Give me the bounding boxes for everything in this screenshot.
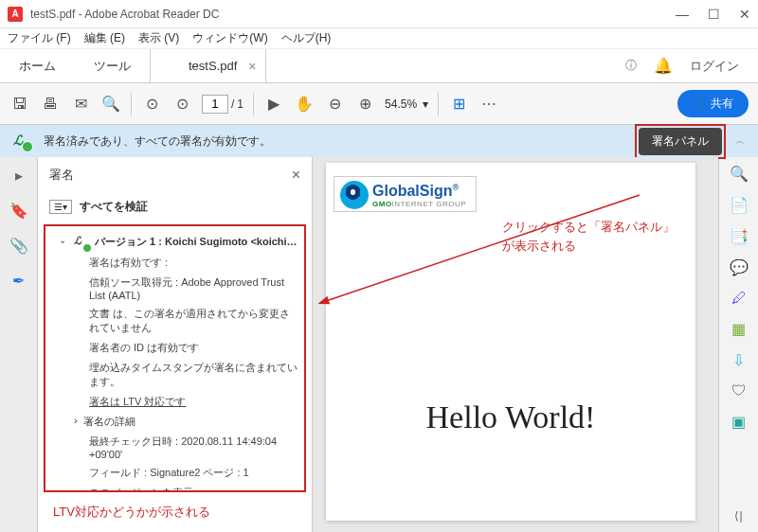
panel-close-icon[interactable]: × bbox=[292, 167, 300, 184]
separator bbox=[438, 93, 439, 115]
document-view[interactable]: GlobalSign® GMOINTERNET GROUP Hello Worl… bbox=[313, 157, 718, 532]
more-icon[interactable]: ⋯ bbox=[478, 95, 499, 113]
zoom-select[interactable]: 54.5% ▾ bbox=[385, 98, 428, 111]
pointer-icon[interactable]: ▶ bbox=[263, 95, 284, 113]
signature-badge-icon: ℒ bbox=[74, 235, 89, 250]
hand-icon[interactable]: ✋ bbox=[294, 95, 315, 113]
menu-file[interactable]: ファイル (F) bbox=[8, 30, 71, 46]
page-sep: / bbox=[231, 98, 234, 111]
signature-panel-highlight: 署名パネル bbox=[635, 124, 726, 159]
logo-gmo: GMO bbox=[372, 200, 392, 208]
info-icon[interactable]: ⓘ bbox=[625, 58, 637, 74]
zoom-value: 54.5% bbox=[385, 98, 417, 111]
signature-version-row[interactable]: ⌄ ℒ バージョン 1 : Koichi Sugimoto <koichi.su… bbox=[51, 232, 298, 253]
attachment-icon[interactable]: 📎 bbox=[9, 237, 28, 255]
separator bbox=[253, 93, 254, 115]
chevron-down-icon: ▾ bbox=[423, 98, 428, 111]
ltv-note: LTV対応かどうかが示される bbox=[38, 492, 312, 532]
create-pdf-icon[interactable]: 📑 bbox=[730, 227, 749, 245]
maximize-button[interactable]: ☐ bbox=[708, 7, 720, 22]
bell-icon[interactable]: 🔔 bbox=[654, 57, 673, 75]
page-indicator: / 1 bbox=[202, 95, 244, 114]
page-down-icon[interactable]: ⊙ bbox=[171, 95, 192, 113]
validate-all-link[interactable]: すべてを検証 bbox=[80, 199, 148, 215]
organize-icon[interactable]: ▦ bbox=[731, 320, 746, 338]
close-button[interactable]: ✕ bbox=[739, 7, 750, 22]
login-link[interactable]: ログイン bbox=[690, 58, 739, 75]
mail-icon[interactable]: ✉ bbox=[70, 95, 91, 113]
titlebar: A testS.pdf - Adobe Acrobat Reader DC ― … bbox=[0, 0, 758, 28]
collapse-icon[interactable]: ︿ bbox=[735, 134, 745, 148]
sig-details: 署名の詳細 bbox=[83, 415, 135, 429]
separator bbox=[131, 93, 132, 115]
fit-icon[interactable]: ⊞ bbox=[448, 95, 469, 113]
menu-view[interactable]: 表示 (V) bbox=[138, 30, 179, 46]
tab-home[interactable]: ホーム bbox=[0, 49, 75, 82]
minimize-button[interactable]: ― bbox=[676, 7, 689, 22]
expand-arrow-icon[interactable]: › bbox=[74, 415, 78, 429]
sig-ltv: 署名は LTV 対応です bbox=[51, 392, 298, 412]
left-rail: ▸ 🔖 📎 ✒ bbox=[0, 157, 38, 532]
fill-sign-icon[interactable]: 🖊 bbox=[731, 290, 747, 307]
menu-edit[interactable]: 編集 (E) bbox=[84, 30, 125, 46]
share-button[interactable]: 👤 共有 bbox=[677, 90, 749, 117]
sig-timestamp: 埋め込みタイムスタンプが署名に含まれています。 bbox=[51, 358, 298, 392]
signature-panel-title: 署名 bbox=[49, 167, 74, 184]
logo-main: GlobalSign bbox=[372, 183, 452, 199]
tab-document-label: testS.pdf bbox=[189, 59, 237, 73]
app-icon: A bbox=[8, 7, 23, 22]
search-icon[interactable]: 🔍 bbox=[100, 95, 121, 113]
pdf-page: GlobalSign® GMOINTERNET GROUP Hello Worl… bbox=[326, 163, 695, 521]
bookmark-icon[interactable]: 🔖 bbox=[9, 202, 28, 220]
hello-text: Hello World! bbox=[326, 399, 695, 435]
signature-panel-button[interactable]: 署名パネル bbox=[639, 128, 722, 155]
toolbar: 🖫 🖶 ✉ 🔍 ⊙ ⊙ / 1 ▶ ✋ ⊖ ⊕ 54.5% ▾ ⊞ ⋯ 👤 共有 bbox=[0, 83, 758, 125]
sig-trust: 信頼ソース取得元 : Adobe Approved Trust List (AA… bbox=[51, 273, 298, 304]
signature-bar: ℒ 署名済みであり、すべての署名が有効です。 署名パネル ︿ bbox=[0, 125, 758, 157]
sig-signer-id: 署名者の ID は有効です bbox=[51, 338, 298, 358]
search-tool-icon[interactable]: 🔍 bbox=[730, 165, 749, 183]
page-total: 1 bbox=[237, 98, 244, 111]
sig-field: フィールド : Signature2 ページ : 1 bbox=[51, 463, 298, 483]
right-rail: 🔍 📄 📑 💬 🖊 ▦ ⇩ 🛡 ▣ ⟨| bbox=[718, 157, 758, 532]
logo-reg: ® bbox=[452, 183, 459, 192]
sig-last-check: 最終チェック日時 : 2020.08.11 14:49:04 +09'00' bbox=[51, 432, 298, 463]
save-icon[interactable]: 🖫 bbox=[9, 96, 30, 113]
globalsign-logo: GlobalSign® GMOINTERNET GROUP bbox=[334, 176, 477, 212]
zoom-out-icon[interactable]: ⊖ bbox=[324, 95, 345, 113]
window-title: testS.pdf - Adobe Acrobat Reader DC bbox=[30, 8, 219, 21]
signature-panel: 署名 × ☰▾ すべてを検証 ⌄ ℒ バージョン 1 : Koichi Sugi… bbox=[38, 157, 313, 532]
tab-document[interactable]: testS.pdf × bbox=[150, 49, 266, 82]
expand-arrow-icon[interactable]: ⌄ bbox=[59, 235, 68, 245]
compress-icon[interactable]: ⇩ bbox=[732, 351, 745, 369]
workspace: ▸ 🔖 📎 ✒ 署名 × ☰▾ すべてを検証 ⌄ ℒ バージョン 1 : Koi… bbox=[0, 157, 758, 532]
page-up-icon[interactable]: ⊙ bbox=[141, 95, 162, 113]
thumbnails-icon[interactable]: ▸ bbox=[15, 167, 23, 185]
callout-text: クリックすると「署名パネル」 が表示される bbox=[502, 218, 675, 255]
person-icon: 👤 bbox=[693, 98, 707, 111]
nav-tabs: ホーム ツール testS.pdf × ⓘ 🔔 ログイン bbox=[0, 49, 758, 83]
comment-icon[interactable]: 💬 bbox=[730, 258, 749, 276]
tab-close-icon[interactable]: × bbox=[248, 59, 256, 74]
version-label: バージョン 1 : Koichi Sugimoto <koichi.sugimo… bbox=[95, 235, 298, 249]
zoom-in-icon[interactable]: ⊕ bbox=[354, 95, 375, 113]
callout-l2: が表示される bbox=[502, 237, 675, 256]
globalsign-eye-icon bbox=[340, 181, 369, 209]
logo-rest: INTERNET GROUP bbox=[392, 200, 466, 208]
expand-rail-icon[interactable]: ⟨| bbox=[734, 500, 742, 532]
export-pdf-icon[interactable]: 📄 bbox=[730, 196, 749, 214]
sig-unchanged: 文書 は、この署名が適用されてから変更されていません bbox=[51, 304, 298, 338]
protect-icon[interactable]: 🛡 bbox=[731, 382, 747, 399]
tab-tools[interactable]: ツール bbox=[75, 49, 150, 82]
callout-l1: クリックすると「署名パネル」 bbox=[502, 218, 675, 237]
sig-details-row[interactable]: › 署名の詳細 bbox=[51, 412, 298, 432]
page-input[interactable] bbox=[202, 95, 228, 114]
signature-icon[interactable]: ✒ bbox=[12, 272, 25, 290]
signature-valid-icon: ℒ bbox=[13, 133, 30, 150]
menu-help[interactable]: ヘルプ(H) bbox=[281, 30, 332, 46]
print-icon[interactable]: 🖶 bbox=[40, 96, 61, 113]
menu-window[interactable]: ウィンドウ(W) bbox=[192, 30, 267, 46]
sig-show-version[interactable]: このバージョンを表示 bbox=[51, 483, 298, 492]
panel-menu-icon[interactable]: ☰▾ bbox=[49, 200, 72, 214]
more-tools-icon[interactable]: ▣ bbox=[731, 413, 746, 431]
